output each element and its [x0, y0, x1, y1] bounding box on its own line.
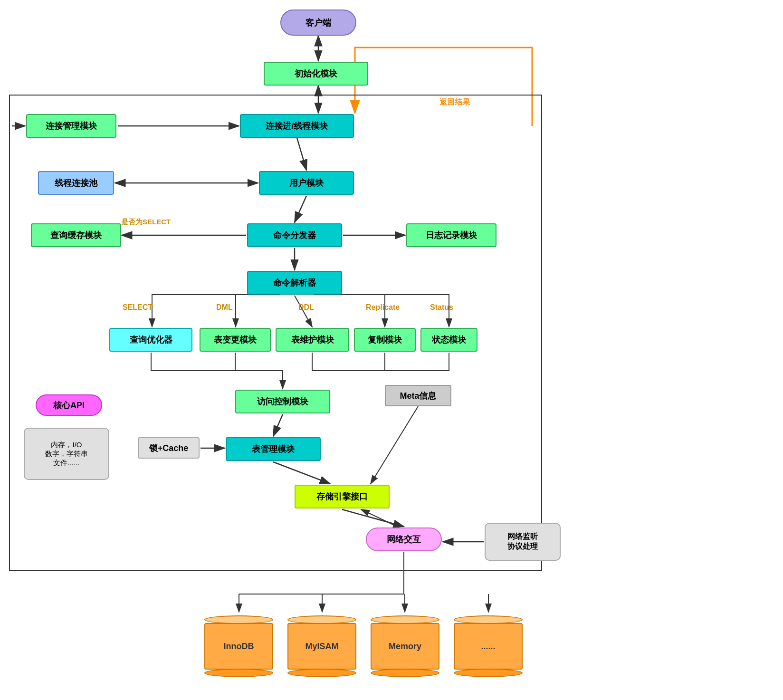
dots-label: ......: [481, 642, 495, 652]
table-maint-label: 表维护模块: [291, 334, 334, 345]
innodb-label: InnoDB: [224, 642, 254, 652]
query-opt-box: 查询优化器: [109, 328, 192, 352]
table-change-box: 表变更模块: [200, 328, 271, 352]
dml-text: DML: [216, 303, 233, 311]
select-text: SELECT: [123, 303, 153, 311]
log-module-label: 日志记录模块: [426, 230, 477, 241]
return-result-label: 返回结果: [439, 97, 470, 107]
query-opt-label: 查询优化器: [130, 334, 172, 345]
svg-line-15: [273, 414, 283, 436]
svg-line-19: [342, 509, 404, 527]
select-label: SELECT: [123, 303, 153, 312]
lock-cache-box: 锁+Cache: [138, 437, 200, 459]
query-cache-label: 查询缓存模块: [50, 230, 102, 241]
status-box: 状态模块: [420, 328, 477, 352]
net-monitor-label: 网络监听协议处理: [507, 532, 538, 552]
return-result-text: 返回结果: [439, 98, 470, 106]
table-maint-box: 表维护模块: [276, 328, 349, 352]
is-select-label: 是否为SELECT: [121, 218, 171, 227]
memory-body: Memory: [371, 623, 439, 670]
svg-line-18: [371, 406, 418, 484]
cmd-parser-box: 命令解析器: [247, 271, 342, 295]
util-lib-box: 内存，I/O数字，字符串文件......: [24, 428, 109, 480]
init-label: 初始化模块: [295, 68, 337, 79]
core-api-label: 核心API: [53, 400, 85, 411]
status-branch-text: Status: [430, 303, 453, 311]
net-monitor-box: 网络监听协议处理: [485, 523, 561, 561]
cmd-dispatcher-box: 命令分发器: [247, 223, 342, 247]
svg-line-20: [361, 509, 399, 527]
access-ctrl-box: 访问控制模块: [235, 390, 330, 413]
storage-engine-label: 存储引擎接口: [316, 491, 368, 502]
client-label: 客户端: [306, 17, 331, 29]
diagram-container: 客户端 初始化模块 连接管理模块 连接进/线程模块 返回结果 线程连接池 用户模…: [0, 0, 783, 700]
access-ctrl-label: 访问控制模块: [257, 396, 308, 407]
myisam-body: MyISAM: [287, 623, 356, 670]
meta-info-box: Meta信息: [385, 385, 451, 406]
memory-cylinder: Memory: [371, 615, 439, 677]
ddl-text: DDL: [298, 303, 314, 311]
svg-line-8: [297, 138, 306, 170]
init-module-box: 初始化模块: [264, 62, 368, 86]
dots-body: ......: [454, 623, 523, 670]
dots-bottom: [454, 669, 523, 677]
conn-thread-label: 连接进/线程模块: [266, 120, 328, 132]
replicate-label: Replicate: [366, 303, 400, 312]
util-lib-label: 内存，I/O数字，字符串文件......: [45, 441, 88, 468]
thread-pool-box: 线程连接池: [38, 171, 114, 195]
dml-label: DML: [216, 303, 233, 312]
replication-box: 复制模块: [354, 328, 416, 352]
memory-label: Memory: [389, 642, 421, 652]
cmd-parser-label: 命令解析器: [273, 277, 316, 288]
dots-cylinder: ......: [454, 615, 523, 677]
status-branch-label: Status: [430, 303, 453, 312]
table-change-label: 表变更模块: [214, 334, 257, 345]
ddl-label: DDL: [298, 303, 314, 312]
conn-mgr-box: 连接管理模块: [26, 114, 116, 138]
replicate-text: Replicate: [366, 303, 400, 311]
svg-line-17: [273, 462, 330, 484]
myisam-bottom: [287, 669, 356, 677]
client-box: 客户端: [280, 10, 356, 36]
user-module-label: 用户模块: [289, 177, 324, 189]
innodb-cylinder: InnoDB: [204, 615, 273, 677]
network-box: 网络交互: [366, 527, 442, 551]
cmd-dispatcher-label: 命令分发器: [273, 230, 316, 241]
network-label: 网络交互: [387, 534, 421, 545]
user-module-box: 用户模块: [259, 171, 354, 195]
lock-cache-label: 锁+Cache: [149, 442, 189, 454]
myisam-cylinder: MyISAM: [287, 615, 356, 677]
status-label: 状态模块: [432, 334, 466, 345]
query-cache-box: 查询缓存模块: [31, 223, 121, 247]
table-mgr-label: 表管理模块: [252, 443, 295, 455]
log-module-box: 日志记录模块: [406, 223, 497, 247]
conn-thread-box: 连接进/线程模块: [240, 114, 354, 138]
myisam-label: MyISAM: [305, 642, 338, 652]
thread-pool-label: 线程连接池: [55, 177, 97, 189]
storage-engine-box: 存储引擎接口: [295, 485, 390, 508]
innodb-bottom: [204, 669, 273, 677]
core-api-box: 核心API: [36, 394, 102, 416]
is-select-text: 是否为SELECT: [121, 218, 171, 226]
conn-mgr-label: 连接管理模块: [46, 120, 97, 132]
innodb-body: InnoDB: [204, 623, 273, 670]
svg-line-10: [295, 196, 306, 222]
memory-bottom: [371, 669, 439, 677]
table-mgr-box: 表管理模块: [226, 437, 321, 461]
replication-label: 复制模块: [368, 334, 402, 345]
meta-info-label: Meta信息: [400, 390, 436, 402]
